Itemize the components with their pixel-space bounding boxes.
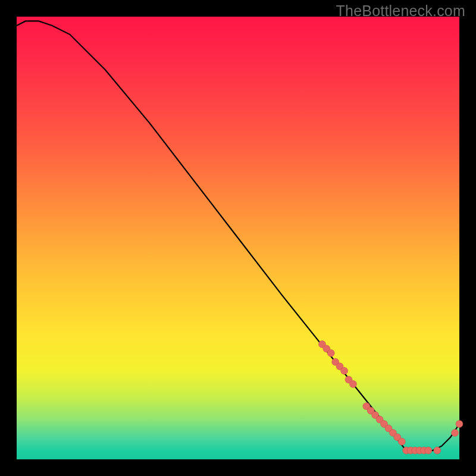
watermark-text: TheBottleneck.com [336, 2, 465, 20]
data-dot [425, 447, 432, 454]
data-dot [452, 429, 459, 436]
data-dot [327, 349, 334, 356]
data-dot [456, 421, 463, 428]
data-dot [341, 367, 348, 374]
data-dot [398, 438, 405, 445]
plot-area [17, 17, 459, 459]
chart-frame: TheBottleneck.com [0, 0, 476, 476]
bottleneck-curve [17, 21, 459, 450]
chart-overlay [17, 17, 459, 459]
data-dot [434, 447, 441, 454]
data-dots [318, 341, 463, 455]
data-dot [349, 381, 356, 388]
